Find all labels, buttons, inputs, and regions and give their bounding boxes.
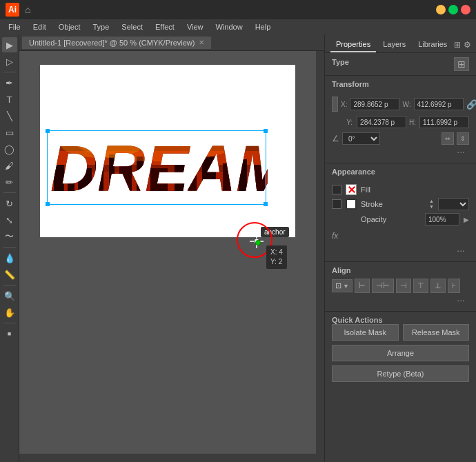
vertical-scrollbar[interactable] [316,51,324,462]
close-button[interactable] [461,5,470,14]
grid-icon[interactable]: ⊞ [454,40,461,50]
align-top-button[interactable]: ⊤ [413,279,428,293]
direct-select-tool[interactable]: ▷ [2,54,17,69]
align-title: Align [332,266,351,274]
opacity-row: Opacity ▶ [332,213,469,225]
align-center-v-button[interactable]: ⊥ [430,279,446,293]
release-mask-button[interactable]: Release Mask [403,324,470,341]
menu-view[interactable]: View [181,21,209,32]
transform-title: Transform [332,80,369,88]
pen-tool[interactable]: ✒ [2,75,17,90]
canvas-scroll[interactable]: DREAMS [19,51,324,462]
menu-help[interactable]: Help [250,21,277,32]
menu-select[interactable]: Select [116,21,148,32]
type-icon[interactable]: ⊞ [454,57,469,71]
align-to-selector[interactable]: ⊡ ▼ [332,279,353,292]
tool-separator-4 [3,285,16,285]
type-tool[interactable]: T [2,92,17,107]
hand-tool[interactable]: ✋ [2,305,17,320]
menu-object[interactable]: Object [53,21,86,32]
align-center-h-button[interactable]: ⊣⊢ [372,279,394,293]
arrange-button[interactable]: Arrange [332,345,469,361]
home-icon[interactable]: ⌂ [25,4,30,15]
tab-bar: Untitled-1 [Recovered]* @ 50 % (CMYK/Pre… [19,34,324,51]
pencil-tool[interactable]: ✏ [2,174,17,190]
angle-select[interactable]: 0° [342,132,380,145]
retype-button[interactable]: Retype (Beta) [332,365,469,382]
svg-rect-6 [68,158,75,206]
warp-tool[interactable]: 〜 [2,229,17,244]
opacity-label: Opacity [361,215,421,223]
fill-checkbox[interactable] [332,185,341,194]
fill-stroke-tool[interactable]: ■ [2,326,17,341]
menu-window[interactable]: Window [210,21,248,32]
opacity-input[interactable] [425,213,459,225]
fx-button[interactable]: fx [332,231,338,241]
search-icon[interactable]: ⚙ [464,40,471,50]
link-proportional-icon[interactable]: 🔗 [466,99,477,110]
transform-reference-icon[interactable] [332,97,338,112]
coord-y: Y: 2 [270,257,283,267]
menu-effect[interactable]: Effect [150,21,180,32]
tab-libraries[interactable]: Libraries [413,37,453,52]
appearance-more-button[interactable]: ··· [332,243,469,257]
w-label: W: [402,101,410,108]
fill-swatch[interactable] [346,184,357,195]
tool-separator-3 [3,247,16,248]
line-tool[interactable]: ╲ [2,108,17,123]
stroke-checkbox[interactable] [332,199,341,209]
align-to-arrow: ▼ [343,283,349,290]
horizontal-scrollbar[interactable] [19,454,316,462]
brush-tool[interactable]: 🖌 [2,158,17,173]
menu-edit[interactable]: Edit [28,21,52,32]
align-left-button[interactable]: ⊢ [355,279,370,293]
align-right-button[interactable]: ⊣ [396,279,411,293]
stroke-spinner[interactable]: ▲ ▼ [429,199,434,210]
measure-tool[interactable]: 📏 [2,267,17,282]
svg-rect-17 [239,159,247,206]
scale-tool[interactable]: ⤡ [2,212,17,228]
menu-file[interactable]: File [3,21,26,32]
align-section: Align ⊡ ▼ ⊢ ⊣⊢ ⊣ ⊤ ⊥ ⊦ ··· [325,262,476,312]
quick-actions-section: Quick Actions Isolate Mask Release Mask … [325,312,476,390]
stroke-label: Stroke [361,200,425,208]
maximize-button[interactable] [448,5,458,14]
opacity-icon-space [346,214,357,225]
svg-rect-14 [188,166,197,206]
menu-bar: File Edit Object Type Select Effect View… [0,19,476,34]
select-tool[interactable]: ▶ [2,37,17,52]
angle-icon: ∠ [332,134,339,143]
tab-close-button[interactable]: ✕ [199,39,204,46]
x-input[interactable] [350,98,399,110]
align-bottom-button[interactable]: ⊦ [448,279,460,293]
align-more-button[interactable]: ··· [332,293,469,307]
coord-tooltip: X: 4 Y: 2 [266,245,287,269]
isolate-mask-button[interactable]: Isolate Mask [332,324,399,341]
svg-rect-13 [175,159,184,206]
ellipse-tool[interactable]: ◯ [2,141,17,157]
stroke-select[interactable] [438,198,469,210]
x-label: X: [341,101,347,108]
tab-properties[interactable]: Properties [330,37,376,52]
y-input[interactable] [357,116,406,128]
rotate-tool[interactable]: ↻ [2,196,17,211]
stroke-swatch[interactable] [346,199,357,210]
tab-layers[interactable]: Layers [377,37,411,52]
document-tab[interactable]: Untitled-1 [Recovered]* @ 50 % (CMYK/Pre… [22,37,211,49]
zoom-tool[interactable]: 🔍 [2,288,17,303]
w-input[interactable] [414,98,464,110]
menu-type[interactable]: Type [88,21,115,32]
minimize-button[interactable] [436,5,446,14]
flip-v-button[interactable]: ⇕ [457,132,469,145]
panel-tabs: Properties Layers Libraries ⊞ ⚙ [325,34,476,53]
appearance-section: Appearance Fill Stroke ▲ ▼ [325,163,476,262]
opacity-expand-arrow[interactable]: ▶ [464,216,469,223]
flip-h-button[interactable]: ⇔ [442,132,454,145]
rect-tool[interactable]: ▭ [2,125,17,140]
h-input[interactable] [419,116,469,128]
coord-x: X: 4 [270,248,283,257]
fill-label: Fill [361,185,469,194]
eyedropper-tool[interactable]: 💧 [2,250,17,265]
transform-more-button[interactable]: ··· [332,145,469,159]
panel-tab-icons: ⊞ ⚙ [454,37,471,52]
